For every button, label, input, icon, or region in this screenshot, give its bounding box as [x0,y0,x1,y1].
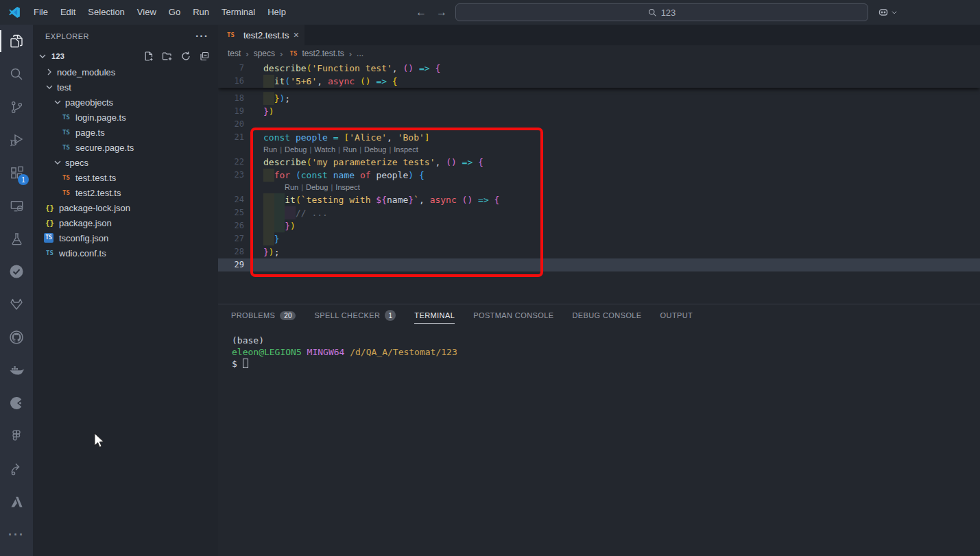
activity-share-button[interactable] [0,452,33,485]
tree-item-secure.page.ts[interactable]: TSsecure.page.ts [33,140,218,155]
code-editor[interactable]: 7describe('Function test', () => {16it('… [218,62,980,304]
panel-tab-badge: 20 [280,311,296,320]
menu-help[interactable]: Help [261,7,292,17]
tree-item-tsconfig.json[interactable]: TStsconfig.json [33,230,218,245]
menu-run[interactable]: Run [187,7,215,17]
tree-item-login.page.ts[interactable]: TSlogin.page.ts [33,110,218,125]
breadcrumb-item-specs[interactable]: specs [254,49,275,58]
panel-tab-spell-checker[interactable]: SPELL CHECKER1 [314,304,396,326]
code-line-27: 27} [218,232,980,245]
code-text: }); [263,92,290,105]
close-icon[interactable]: × [294,29,299,40]
panel-tab-label: PROBLEMS [231,311,275,319]
refresh-icon[interactable] [180,51,191,62]
activity-remote-explorer-button[interactable] [0,189,33,222]
explorer-more-actions-button[interactable]: ··· [195,30,208,43]
terminal-cursor[interactable] [243,359,248,368]
activity-azure-button[interactable] [0,485,33,518]
panel-tab-output[interactable]: OUTPUT [660,304,693,326]
tab-test2-test-ts[interactable]: TS test2.test.ts × [218,25,304,45]
token: '5+6' [290,76,317,86]
menu-go[interactable]: Go [163,7,187,17]
activity-explorer-button[interactable] [0,25,33,58]
codelens-run[interactable]: Run [343,145,357,154]
breadcrumb-item-...[interactable]: ... [357,49,363,58]
tree-item-test2.test.ts[interactable]: TStest2.test.ts [33,185,218,200]
tree-item-node_modules[interactable]: node_modules [33,64,218,80]
nav-forward-button[interactable]: → [436,6,447,19]
token: => [478,195,489,205]
activity-code-circle-button[interactable] [0,387,33,420]
tree-item-pageobjects[interactable]: pageobjects [33,95,218,110]
terminal-text: eleon@LEGION5 [232,347,302,357]
codelens-run[interactable]: Run [285,183,298,191]
ts-blue-file-icon: TS [60,144,72,151]
token [489,195,494,205]
collapse-all-icon[interactable] [199,51,210,62]
nav-back-button[interactable]: ← [416,6,427,19]
indent-guide [274,206,285,219]
token [328,132,333,143]
codelens-debug[interactable]: Debug [285,145,307,154]
activity-docker-button[interactable] [0,354,33,387]
terminal-line: eleon@LEGION5 MINGW64 /d/QA_A/Testomat/1… [232,346,980,358]
terminal-output[interactable]: (base)eleon@LEGION5 MINGW64 /d/QA_A/Test… [218,326,980,370]
tree-item-specs[interactable]: specs [33,155,218,170]
indent-guide [263,193,274,206]
codelens-inspect[interactable]: Inspect [394,145,418,154]
token [457,157,462,167]
token: ( [296,170,301,180]
activity-extensions-button[interactable]: 1 [0,156,33,189]
tree-item-package-lock.json[interactable]: {}package-lock.json [33,200,218,215]
new-file-icon[interactable] [143,51,154,62]
menu-file[interactable]: File [27,7,54,17]
panel-tab-debug-console[interactable]: DEBUG CONSOLE [572,304,641,326]
codelens-inspect[interactable]: Inspect [335,183,359,191]
activity-check-extension-button[interactable] [0,255,33,288]
token: it [274,76,285,86]
activity-more-button[interactable]: ··· [0,518,33,551]
activity-source-control-button[interactable] [0,90,33,123]
token: name [387,195,408,205]
menu-selection[interactable]: Selection [82,7,130,17]
codelens-debug[interactable]: Debug [306,183,328,191]
breadcrumb-label: test2.test.ts [302,49,344,58]
activity-run-debug-button[interactable] [0,123,33,156]
panel-tab-postman-console[interactable]: POSTMAN CONSOLE [473,304,553,326]
token: ) [290,221,296,231]
activity-search-button[interactable] [0,58,33,90]
codelens-run[interactable]: Run [263,145,277,154]
breadcrumb: test›specs›TStest2.test.ts›... [218,45,980,62]
token [290,170,296,180]
panel-tab-terminal[interactable]: TERMINAL [414,304,455,326]
token [355,170,360,180]
codelens-debug[interactable]: Debug [364,145,386,154]
tree-item-test[interactable]: test [33,80,218,95]
activity-testing-button[interactable] [0,222,33,255]
activity-gitlab-button[interactable] [0,288,33,321]
tree-item-page.ts[interactable]: TSpage.ts [33,125,218,140]
workspace-section-header[interactable]: 123 [33,48,218,64]
tree-item-test.test.ts[interactable]: TStest.test.ts [33,170,218,185]
menu-edit[interactable]: Edit [54,7,82,17]
activity-github-button[interactable] [0,321,33,354]
tree-item-wdio.conf.ts[interactable]: TSwdio.conf.ts [33,245,218,261]
command-search-input[interactable]: 123 [455,3,868,21]
token: ) [269,106,274,117]
new-folder-icon[interactable] [162,51,173,62]
activity-figma-button[interactable] [0,420,33,452]
token: async [430,195,457,205]
tree-item-package.json[interactable]: {}package.json [33,215,218,230]
line-number: 7 [218,62,244,75]
tree-item-label: login.page.ts [75,112,126,123]
chevron-down-icon [37,51,48,62]
codelens-watch[interactable]: Watch [314,145,335,154]
explorer-sidebar: EXPLORER ··· 123 node_modulestestpageobj… [33,25,218,556]
copilot-menu-button[interactable] [878,0,898,25]
breadcrumb-item-test2.test.ts[interactable]: TStest2.test.ts [287,49,344,58]
menu-terminal[interactable]: Terminal [215,7,261,17]
menu-view[interactable]: View [131,7,163,17]
token: 'Function test' [311,63,392,73]
breadcrumb-item-test[interactable]: test [228,49,241,58]
panel-tab-problems[interactable]: PROBLEMS20 [231,304,296,326]
